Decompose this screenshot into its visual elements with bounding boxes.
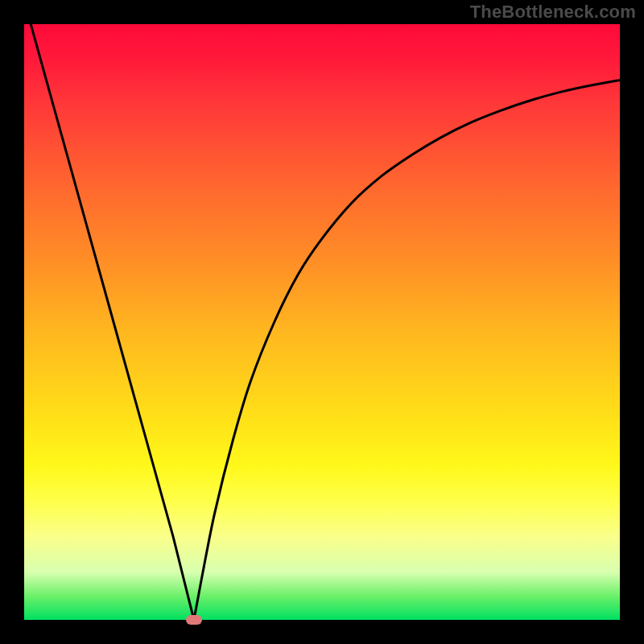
chart-frame: TheBottleneck.com <box>0 0 644 644</box>
bottleneck-curve <box>24 24 620 620</box>
plot-area <box>24 24 620 620</box>
watermark-text: TheBottleneck.com <box>470 2 636 23</box>
minimum-marker <box>186 615 202 625</box>
